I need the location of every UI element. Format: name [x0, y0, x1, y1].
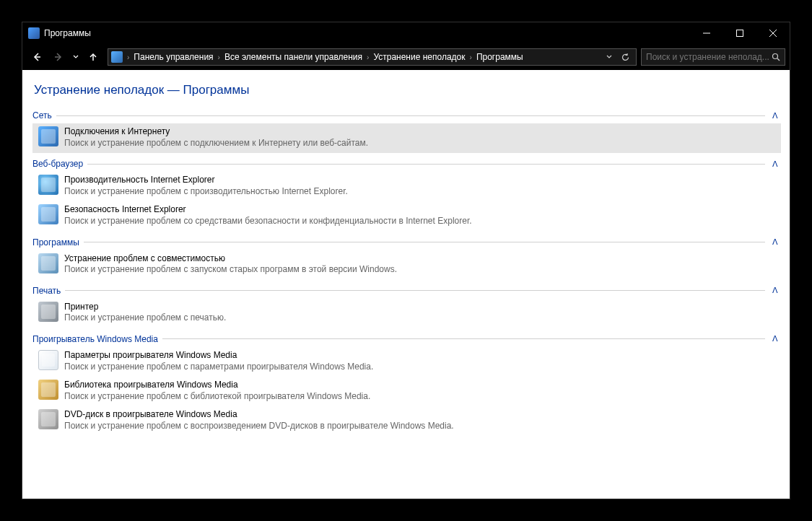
item-description: Поиск и устранение проблем с запуском ст… [64, 264, 777, 276]
section-divider [65, 290, 765, 291]
troubleshooter-ie-security[interactable]: Безопасность Internet Explorer Поиск и у… [32, 201, 781, 231]
close-icon [769, 30, 777, 37]
section-network: Сеть ᐱ Подключения к Интернету Поиск и у… [32, 110, 781, 153]
breadcrumb: Панель управления › Все элементы панели … [131, 52, 601, 62]
minimize-button[interactable] [690, 22, 723, 44]
item-text: Принтер Поиск и устранение проблем с печ… [64, 302, 777, 324]
settings-list-icon [38, 350, 58, 370]
section-programs: Программы ᐱ Устранение проблем с совмест… [32, 237, 781, 280]
content-area: Устранение неполадок — Программы Сеть ᐱ … [22, 70, 790, 499]
troubleshooter-wmp-library[interactable]: Библиотека проигрывателя Windows Media П… [32, 377, 781, 406]
library-icon [38, 380, 58, 400]
section-wmp: Проигрыватель Windows Media ᐱ Параметры … [32, 334, 781, 437]
item-title: DVD-диск в проигрывателе Windows Media [64, 409, 777, 421]
address-history-button[interactable] [601, 49, 617, 65]
breadcrumb-separator: › [126, 53, 131, 61]
breadcrumb-separator: › [468, 53, 473, 61]
section-header-wmp[interactable]: Проигрыватель Windows Media ᐱ [32, 334, 781, 344]
breadcrumb-separator: › [217, 53, 222, 61]
item-title: Параметры проигрывателя Windows Media [64, 350, 777, 362]
item-title: Подключения к Интернету [64, 126, 777, 138]
troubleshooter-ie-performance[interactable]: Производительность Internet Explorer Пои… [32, 172, 781, 201]
item-title: Принтер [64, 302, 777, 313]
dvd-icon [38, 409, 58, 429]
svg-point-1 [773, 54, 778, 59]
section-header-print[interactable]: Печать ᐱ [32, 286, 781, 296]
item-description: Поиск и устранение проблем с библиотекой… [64, 391, 777, 403]
troubleshooter-wmp-dvd[interactable]: DVD-диск в проигрывателе Windows Media П… [32, 406, 781, 436]
search-icon [772, 53, 780, 61]
troubleshooter-printer[interactable]: Принтер Поиск и устранение проблем с печ… [32, 299, 781, 328]
section-browser: Веб-браузер ᐱ Производительность Interne… [32, 159, 781, 231]
maximize-button[interactable] [723, 22, 756, 44]
forward-button[interactable] [48, 47, 69, 67]
item-title: Производительность Internet Explorer [64, 175, 777, 186]
arrow-up-icon [88, 52, 98, 62]
app-icon [28, 27, 40, 39]
program-icon [38, 253, 58, 273]
item-description: Поиск и устранение проблем с параметрами… [64, 362, 777, 373]
troubleshooter-internet-connections[interactable]: Подключения к Интернету Поиск и устранен… [32, 123, 781, 153]
maximize-icon [736, 30, 743, 37]
back-button[interactable] [27, 47, 47, 67]
search-box[interactable] [641, 48, 785, 66]
chevron-up-icon: ᐱ [769, 334, 781, 343]
search-input[interactable] [646, 52, 772, 62]
item-title: Устранение проблем с совместимостью [64, 253, 777, 265]
address-bar[interactable]: › Панель управления › Все элементы панел… [108, 48, 637, 66]
section-divider [56, 115, 765, 116]
refresh-icon [621, 53, 630, 62]
page-title: Устранение неполадок — Программы [34, 83, 781, 97]
section-title: Веб-браузер [32, 159, 83, 169]
section-header-browser[interactable]: Веб-браузер ᐱ [32, 159, 781, 169]
section-divider [162, 338, 765, 339]
breadcrumb-item[interactable]: Программы [473, 52, 526, 62]
breadcrumb-item[interactable]: Все элементы панели управления [222, 52, 365, 62]
svg-rect-0 [737, 30, 743, 37]
titlebar: Программы [22, 22, 790, 44]
section-print: Печать ᐱ Принтер Поиск и устранение проб… [32, 286, 781, 328]
arrow-left-icon [32, 52, 42, 62]
up-button[interactable] [83, 47, 103, 67]
section-header-programs[interactable]: Программы ᐱ [32, 237, 781, 248]
item-description: Поиск и устранение проблем с производите… [64, 186, 777, 198]
item-text: DVD-диск в проигрывателе Windows Media П… [64, 409, 777, 432]
refresh-button[interactable] [617, 49, 633, 65]
section-divider [84, 242, 765, 242]
item-text: Устранение проблем с совместимостью Поис… [64, 253, 777, 276]
chevron-up-icon: ᐱ [769, 286, 781, 295]
window-title: Программы [44, 28, 690, 38]
chevron-down-icon [606, 53, 613, 61]
item-title: Безопасность Internet Explorer [64, 204, 777, 216]
shield-icon [38, 204, 58, 224]
section-header-network[interactable]: Сеть ᐱ [32, 110, 781, 121]
section-title: Проигрыватель Windows Media [32, 334, 158, 344]
navbar: › Панель управления › Все элементы панел… [22, 44, 790, 70]
close-button[interactable] [756, 22, 790, 44]
item-text: Параметры проигрывателя Windows Media По… [64, 350, 777, 372]
item-text: Библиотека проигрывателя Windows Media П… [64, 380, 777, 402]
arrow-right-icon [53, 52, 64, 62]
item-description: Поиск и устранение проблем со средствами… [64, 216, 777, 227]
section-title: Сеть [32, 110, 52, 121]
breadcrumb-item[interactable]: Панель управления [131, 52, 216, 62]
chevron-up-icon: ᐱ [769, 237, 781, 247]
printer-icon [38, 302, 58, 322]
minimize-icon [703, 30, 710, 37]
troubleshooter-program-compatibility[interactable]: Устранение проблем с совместимостью Поис… [32, 250, 781, 280]
network-icon [38, 126, 58, 146]
breadcrumb-item[interactable]: Устранение неполадок [370, 52, 468, 62]
internet-explorer-icon [38, 175, 58, 195]
section-divider [87, 164, 765, 165]
item-description: Поиск и устранение проблем с воспроизвед… [64, 421, 777, 432]
item-text: Производительность Internet Explorer Пои… [64, 175, 777, 197]
item-text: Подключения к Интернету Поиск и устранен… [64, 126, 777, 149]
troubleshooter-wmp-settings[interactable]: Параметры проигрывателя Windows Media По… [32, 347, 781, 377]
window-controls [690, 22, 790, 44]
chevron-up-icon: ᐱ [769, 159, 781, 169]
recent-locations-button[interactable] [70, 47, 82, 67]
item-text: Безопасность Internet Explorer Поиск и у… [64, 204, 777, 227]
item-title: Библиотека проигрывателя Windows Media [64, 380, 777, 391]
window: Программы › [22, 22, 790, 499]
section-title: Программы [32, 237, 79, 248]
